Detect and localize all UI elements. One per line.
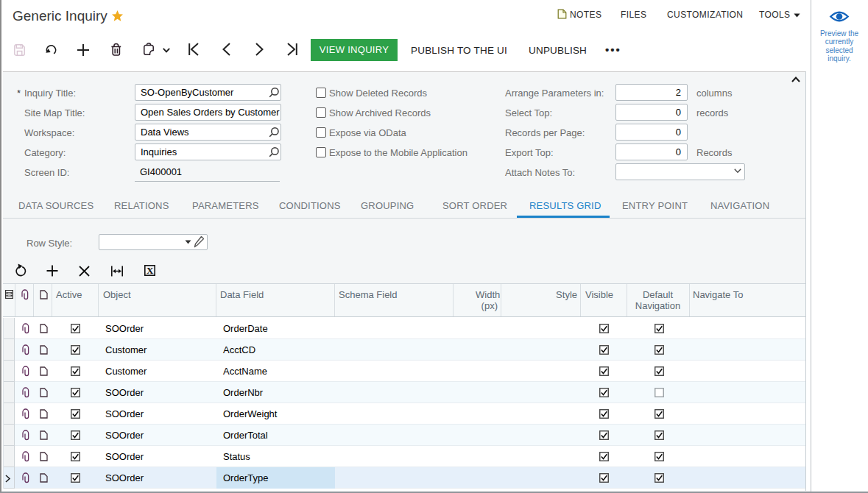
svg-text:X: X (147, 265, 154, 276)
